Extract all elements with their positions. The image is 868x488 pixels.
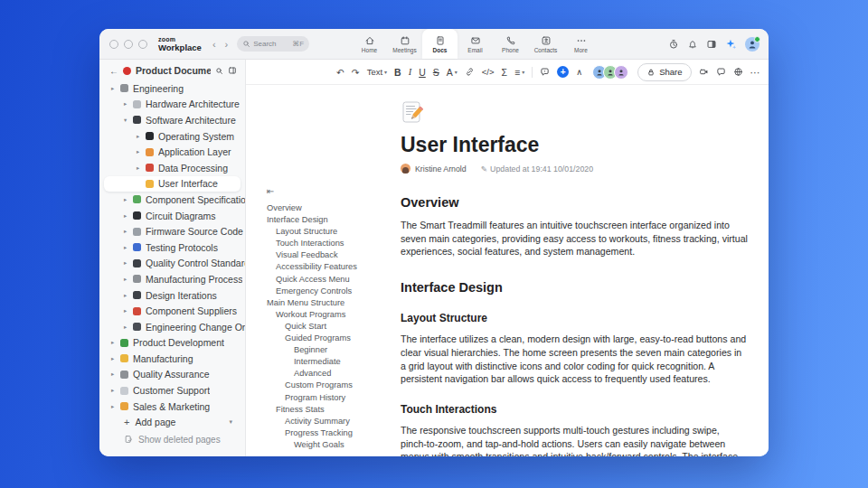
italic-button[interactable]: I — [409, 67, 412, 77]
chevron-right-icon[interactable]: ▸ — [111, 355, 119, 362]
tab-home[interactable]: Home — [352, 29, 387, 59]
strikethrough-button[interactable]: S — [433, 67, 439, 78]
underline-button[interactable]: U — [419, 67, 426, 78]
sidebar-item-hardware-architecture[interactable]: ▸Hardware Architecture — [99, 97, 245, 113]
chevron-down-icon[interactable]: ▾ — [229, 418, 232, 426]
chevron-right-icon[interactable]: ▸ — [124, 276, 132, 283]
sidebar-item-customer-support[interactable]: ▸Customer Support — [99, 382, 245, 399]
sidebar-item-manufacturing[interactable]: ▸Manufacturing — [99, 351, 245, 367]
sidebar-item-application-layer[interactable]: ▸Application Layer — [99, 144, 245, 160]
sidebar-item-software-architecture[interactable]: ▾Software Architecture — [99, 112, 245, 128]
chevron-right-icon[interactable]: ▸ — [124, 292, 132, 299]
outline-item-overview[interactable]: Overview — [267, 202, 384, 214]
global-search-input[interactable]: Search ⌘F — [237, 36, 309, 52]
sidebar-item-design-iterations[interactable]: ▸Design Iterations — [99, 287, 245, 304]
side-panel-icon[interactable] — [706, 39, 717, 50]
sidebar-item-data-processing[interactable]: ▸Data Processing — [99, 160, 245, 176]
sidebar-item-testing-protocols[interactable]: ▸Testing Protocols — [99, 239, 245, 256]
outline-item-quick-access-menu[interactable]: Quick Access Menu — [267, 274, 384, 286]
text-color-button[interactable]: A▾ — [447, 67, 458, 78]
tab-more[interactable]: More — [563, 29, 599, 59]
chevron-right-icon[interactable]: ▸ — [124, 324, 132, 331]
ai-sparkle-icon[interactable] — [725, 38, 737, 50]
show-deleted-pages-button[interactable]: Show deleted pages — [99, 431, 245, 447]
outline-item-advanced[interactable]: Advanced — [267, 368, 384, 380]
video-camera-icon[interactable] — [699, 67, 709, 77]
sidebar-item-component-specifications[interactable]: ▸Component Specifications — [99, 192, 245, 208]
globe-icon[interactable] — [733, 67, 743, 77]
tab-email[interactable]: Email — [458, 29, 493, 59]
chevron-right-icon[interactable]: ▸ — [111, 85, 119, 92]
sidebar-back-button[interactable]: ← — [109, 66, 118, 76]
outline-item-accessibility-features[interactable]: Accessibility Features — [267, 261, 384, 273]
sidebar-item-component-suppliers[interactable]: ▸Component Suppliers — [99, 303, 245, 319]
outline-item-main-menu-structure[interactable]: Main Menu Structure — [267, 297, 384, 309]
nav-back-button[interactable]: ‹ — [212, 39, 216, 50]
window-close-button[interactable] — [109, 40, 118, 49]
clock-icon[interactable] — [668, 39, 679, 50]
chevron-right-icon[interactable]: ▸ — [124, 244, 132, 251]
outline-item-emergency-controls[interactable]: Emergency Controls — [267, 286, 384, 297]
chevron-right-icon[interactable]: ▸ — [111, 387, 119, 394]
sidebar-item-circuit-diagrams[interactable]: ▸Circuit Diagrams — [99, 208, 245, 224]
outline-item-quick-start[interactable]: Quick Start — [267, 321, 384, 333]
outline-item-visual-feedback[interactable]: Visual Feedback — [267, 249, 384, 261]
chevron-right-icon[interactable]: ▸ — [137, 133, 145, 140]
outline-item-touch-interactions[interactable]: Touch Interactions — [267, 238, 384, 249]
outline-item-fitness-stats[interactable]: Fitness Stats — [267, 404, 384, 416]
chevron-down-icon[interactable]: ▾ — [124, 117, 132, 124]
sidebar-panel-icon[interactable] — [228, 66, 237, 75]
outline-item-workout-programs[interactable]: Workout Programs — [267, 309, 384, 321]
chevron-right-icon[interactable]: ▸ — [111, 371, 119, 378]
code-button[interactable]: </> — [482, 67, 495, 77]
comment-button[interactable] — [540, 67, 550, 77]
chevron-right-icon[interactable]: ▸ — [124, 307, 132, 314]
chevron-right-icon[interactable]: ▸ — [111, 339, 119, 346]
outline-item-beginner[interactable]: Beginner — [267, 344, 384, 356]
bold-button[interactable]: B — [394, 67, 401, 78]
list-format-button[interactable]: ≡▾ — [514, 67, 524, 78]
window-zoom-button[interactable] — [138, 40, 147, 49]
tab-phone[interactable]: Phone — [493, 29, 528, 59]
add-page-button[interactable]: + Add page ▾ — [99, 414, 245, 430]
sidebar-item-manufacturing-process[interactable]: ▸Manufacturing Process — [99, 271, 245, 287]
redo-button[interactable]: ↷ — [352, 67, 360, 78]
chevron-right-icon[interactable]: ▸ — [124, 259, 132, 267]
sidebar-item-engineering-change-orders[interactable]: ▸Engineering Change Orders — [99, 319, 245, 335]
collapse-toolbar-button[interactable]: ∧ — [576, 67, 582, 77]
sidebar-item-product-development[interactable]: ▸Product Development — [99, 335, 245, 352]
sidebar-item-user-interface[interactable]: User Interface — [104, 176, 241, 192]
outline-item-interface-design[interactable]: Interface Design — [267, 214, 384, 226]
sidebar-item-operating-system[interactable]: ▸Operating System — [99, 128, 245, 145]
sidebar-item-quality-control-standards[interactable]: ▸Quality Control Standards — [99, 256, 245, 272]
tab-meetings[interactable]: Meetings — [387, 29, 422, 59]
outline-item-guided-programs[interactable]: Guided Programs — [267, 333, 384, 344]
tab-docs[interactable]: Docs — [422, 29, 458, 59]
link-button[interactable] — [465, 67, 475, 77]
undo-button[interactable]: ↶ — [336, 67, 344, 78]
collaborator-avatar-3[interactable] — [614, 65, 628, 80]
outline-item-layout-structure[interactable]: Layout Structure — [267, 226, 384, 238]
window-minimize-button[interactable] — [124, 40, 133, 49]
outline-item-progress-tracking[interactable]: Progress Tracking — [267, 427, 384, 439]
chevron-right-icon[interactable]: ▸ — [137, 164, 145, 172]
outline-item-custom-programs[interactable]: Custom Programs — [267, 380, 384, 391]
outline-item-activity-summary[interactable]: Activity Summary — [267, 416, 384, 427]
chevron-right-icon[interactable]: ▸ — [111, 403, 119, 410]
nav-forward-button[interactable]: › — [225, 39, 229, 50]
chevron-right-icon[interactable]: ▸ — [124, 196, 132, 203]
outline-item-intermediate[interactable]: Intermediate — [267, 356, 384, 368]
user-avatar[interactable] — [745, 37, 760, 52]
ai-compose-button[interactable]: + — [557, 66, 569, 78]
chat-bubble-icon[interactable] — [716, 67, 726, 77]
document-title[interactable]: User Interface — [401, 133, 748, 157]
sidebar-search-icon[interactable] — [215, 67, 223, 75]
sidebar-item-sales-marketing[interactable]: ▸Sales & Marketing — [99, 399, 245, 415]
tab-contacts[interactable]: Contacts — [528, 29, 563, 59]
chevron-right-icon[interactable]: ▸ — [137, 148, 145, 155]
more-options-button[interactable]: ⋯ — [750, 67, 760, 78]
chevron-right-icon[interactable]: ▸ — [124, 100, 132, 108]
bell-icon[interactable] — [687, 39, 698, 50]
sidebar-item-engineering[interactable]: ▸Engineering — [99, 80, 245, 97]
sidebar-item-firmware-source-code[interactable]: ▸Firmware Source Code — [99, 223, 245, 239]
